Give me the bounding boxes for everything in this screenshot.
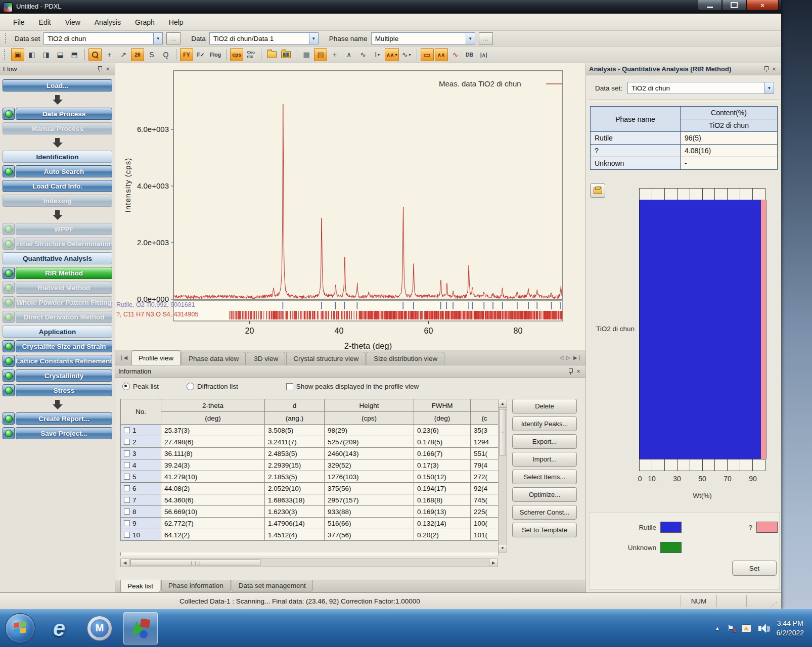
action-center-flag-icon[interactable]: ⚑×: [727, 624, 734, 633]
chevron-down-icon[interactable]: ▼: [153, 33, 162, 44]
phase-name-dropdown[interactable]: Multiple ▼: [371, 32, 475, 44]
data-set-browse-button[interactable]: ...: [166, 32, 181, 44]
peak-row[interactable]: 856.669(10)1.6230(3)933(88)0.169(13)225(: [121, 506, 499, 518]
power-status-icon[interactable]: [741, 624, 751, 632]
set-button[interactable]: Set: [732, 561, 777, 576]
unit-counts-icon[interactable]: Counts: [244, 48, 257, 61]
menu-item-graph[interactable]: Graph: [129, 16, 161, 28]
peak-table-vertical-scrollbar[interactable]: ▲ ≡ ▼: [498, 399, 507, 552]
scroll-left-icon[interactable]: ◀: [121, 559, 129, 567]
wave-display-icon[interactable]: ∿▾: [400, 48, 413, 61]
layout-left-icon[interactable]: ◧: [25, 48, 38, 61]
y-log-icon[interactable]: Flog: [208, 48, 222, 61]
tab-last-icon[interactable]: ▶❘: [573, 355, 581, 360]
tab-crystal-structure-view[interactable]: Crystal structure view: [286, 352, 366, 365]
peak-row[interactable]: 336.111(8)2.4853(5)2460(143)0.166(7)551(: [121, 448, 499, 459]
flow-button[interactable]: Data Process: [16, 108, 112, 120]
zoom-icon[interactable]: [88, 48, 102, 61]
flow-button[interactable]: Rietveld Method: [16, 282, 112, 294]
y-free-icon[interactable]: F✓: [194, 48, 207, 61]
table-row[interactable]: Unknown -: [591, 157, 778, 170]
pin-icon[interactable]: [566, 367, 574, 376]
resize-grip[interactable]: [770, 595, 777, 607]
table-row[interactable]: Rutile 96(5): [591, 132, 778, 145]
chevron-down-icon[interactable]: ▼: [466, 33, 475, 44]
row-checkbox[interactable]: [124, 485, 130, 491]
axis-s-icon[interactable]: S: [145, 48, 158, 61]
scrollbar-thumb[interactable]: ❘❘❘: [130, 560, 260, 566]
menu-item-help[interactable]: Help: [163, 16, 190, 28]
row-checkbox[interactable]: [124, 462, 130, 468]
legend-swatch[interactable]: [660, 522, 682, 533]
axis-q-icon[interactable]: Q: [159, 48, 172, 61]
tab-3d-view[interactable]: 3D view: [247, 352, 285, 365]
intensity-mode-icon[interactable]: I▾: [371, 48, 384, 61]
flow-button[interactable]: Direct Derivation Method: [16, 311, 112, 323]
scroll-right-icon[interactable]: ▶: [489, 559, 498, 567]
import-button[interactable]: Import...: [512, 452, 577, 467]
peak-row[interactable]: 227.498(6)3.2411(7)5257(209)0.178(5)1294: [121, 436, 499, 448]
analysis-data-set-dropdown[interactable]: TiO2 di chun ▼: [627, 82, 774, 94]
select-items-button[interactable]: Select Items...: [512, 470, 577, 484]
flow-button[interactable]: Auto Search: [16, 165, 112, 177]
crosshair-icon[interactable]: +: [328, 48, 341, 61]
y-fixed-icon[interactable]: FY: [180, 48, 193, 61]
close-icon[interactable]: ×: [104, 65, 112, 73]
chevron-down-icon[interactable]: ▾: [378, 53, 380, 57]
chevron-down-icon[interactable]: ▾: [395, 53, 397, 57]
flow-button[interactable]: Create Report...: [16, 412, 112, 425]
tab-phase-information[interactable]: Phase information: [161, 580, 231, 591]
layout-right-icon[interactable]: ◨: [39, 48, 53, 61]
peak-row[interactable]: 1064.12(2)1.4512(4)377(56)0.20(2)101(: [121, 529, 499, 541]
chevron-down-icon[interactable]: ▼: [309, 33, 318, 44]
chevron-down-icon[interactable]: ▾: [409, 53, 411, 57]
flow-button[interactable]: RIR Method: [16, 267, 112, 279]
zoom-fit-icon[interactable]: ↗: [117, 48, 130, 61]
start-button[interactable]: [5, 613, 35, 643]
graph-options-button[interactable]: [590, 183, 605, 198]
set-to-template-button[interactable]: Set to Template: [512, 523, 577, 537]
data-set-dropdown[interactable]: TiO2 di chun ▼: [43, 32, 163, 44]
menu-item-analysis[interactable]: Analysis: [88, 16, 127, 28]
row-checkbox[interactable]: [124, 450, 130, 456]
row-checkbox[interactable]: [124, 509, 130, 515]
menu-item-file[interactable]: File: [7, 16, 31, 28]
scroll-down-icon[interactable]: ▼: [499, 544, 507, 552]
taskbar-item-internet-explorer[interactable]: e: [42, 613, 76, 644]
row-checkbox[interactable]: [124, 474, 130, 480]
taskbar-clock[interactable]: 3:44 PM 6/2/2022: [777, 619, 804, 638]
flow-button[interactable]: Crystallinity: [16, 369, 112, 382]
tab-scroll-icons[interactable]: ◁ ▷ ▶❘: [556, 350, 585, 365]
save-image-icon[interactable]: [279, 48, 292, 61]
data-dropdown[interactable]: TiO2 di chun/Data 1 ▼: [209, 32, 319, 44]
tab-next-icon[interactable]: ▷: [566, 355, 570, 360]
flow-button[interactable]: Initial Structure Determination: [16, 238, 112, 250]
flow-button[interactable]: Stress: [16, 384, 112, 396]
layout-single-icon[interactable]: ▣: [11, 48, 24, 61]
flow-button[interactable]: Load...: [3, 79, 112, 91]
scrollbar-thumb[interactable]: ≡: [499, 409, 506, 455]
legend-swatch[interactable]: [660, 542, 682, 553]
tick-marks-icon[interactable]: |∧|: [477, 48, 490, 61]
peak-label-icon[interactable]: ∧: [342, 48, 355, 61]
peak-list-radio[interactable]: [122, 383, 130, 390]
difference-curve-icon[interactable]: ∿: [449, 48, 462, 61]
tab-scroll-first-icon[interactable]: ❘◀: [115, 350, 131, 365]
tab-size-distribution-view[interactable]: Size distribution view: [367, 352, 444, 365]
phase-peaks-icon[interactable]: ∧∧: [435, 48, 448, 61]
row-checkbox[interactable]: [124, 532, 130, 538]
legend-swatch[interactable]: [756, 522, 778, 533]
unit-cps-icon[interactable]: cps: [230, 48, 243, 61]
axis-2theta-icon[interactable]: 2θ: [131, 48, 144, 61]
pin-icon[interactable]: [96, 65, 104, 73]
maximize-button[interactable]: [722, 0, 746, 11]
peak-row[interactable]: 962.772(7)1.47906(14)516(66)0.132(14)100…: [121, 518, 499, 529]
close-icon[interactable]: ×: [574, 367, 582, 376]
column-header[interactable]: FWHM: [414, 399, 471, 412]
row-checkbox[interactable]: [124, 497, 130, 503]
flow-button[interactable]: Save Project...: [16, 427, 112, 439]
column-header[interactable]: Height: [325, 399, 414, 412]
identify-peaks-button[interactable]: Identify Peaks...: [512, 417, 577, 431]
flow-button[interactable]: Load Card Info.: [3, 180, 112, 192]
close-button[interactable]: ×: [746, 0, 779, 11]
